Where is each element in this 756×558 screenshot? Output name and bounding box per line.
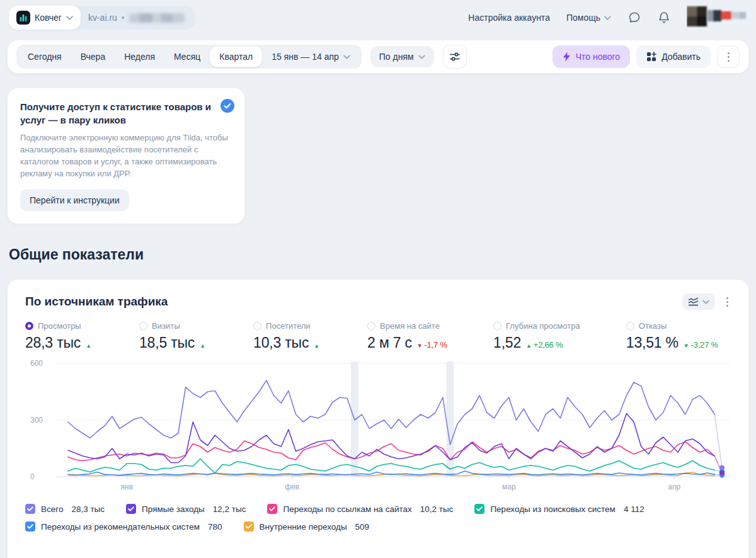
metrica-logo-icon — [16, 11, 30, 25]
metric-radio[interactable] — [253, 322, 261, 330]
legend-checkbox[interactable] — [25, 521, 35, 532]
metric-radio[interactable] — [367, 322, 375, 330]
help-label: Помощь — [566, 13, 600, 23]
metric-tab[interactable]: Время на сайте 2 м 7 с ▼-1,7 % — [367, 321, 447, 351]
card-title: По источникам трафика — [25, 295, 168, 309]
legend-label: Внутренние переходы — [260, 522, 347, 532]
legend-value: 10,2 тыс — [420, 504, 454, 514]
legend-item[interactable]: Прямые заходы 12,2 тыс — [126, 504, 246, 514]
grid-plus-icon — [646, 52, 656, 62]
chart-type-select[interactable] — [682, 293, 715, 310]
trend-arrow-icon: ▲ — [200, 343, 205, 349]
whats-new-label: Что нового — [576, 52, 620, 61]
metric-delta: ▲ — [86, 343, 93, 349]
metric-tab[interactable]: Отказы 13,51 % ▼-3,27 % — [626, 321, 718, 351]
whats-new-button[interactable]: Что нового — [553, 45, 630, 68]
header-actions: Настройка аккаунта Помощь — [468, 5, 747, 30]
lightning-icon — [563, 52, 571, 62]
granularity-select[interactable]: По дням — [370, 46, 434, 67]
check-icon — [27, 524, 33, 529]
metric-tab[interactable]: Посетители 10,3 тыс ▲ — [253, 321, 321, 351]
period-tab-3[interactable]: Месяц — [164, 47, 210, 67]
legend-checkbox[interactable] — [267, 504, 277, 514]
check-icon — [128, 506, 134, 511]
legend-checkbox[interactable] — [126, 504, 136, 514]
metric-tab[interactable]: Визиты 18,5 тыс ▲ — [139, 321, 207, 351]
trend-arrow-icon: ▲ — [526, 343, 532, 349]
date-range-button[interactable]: 15 янв — 14 апр — [262, 47, 360, 67]
legend-item[interactable]: Переходы по ссылкам на сайтах 10,2 тыс — [267, 504, 453, 514]
chevron-down-icon — [66, 16, 73, 20]
trend-arrow-icon: ▲ — [86, 343, 91, 349]
section-title: Общие показатели — [9, 246, 756, 263]
metric-radio[interactable] — [139, 322, 147, 330]
legend-item[interactable]: Переходы из рекомендательных систем 780 — [25, 521, 222, 532]
period-tab-4[interactable]: Квартал — [210, 47, 262, 67]
counter-id-redacted — [129, 13, 185, 23]
trend-arrow-icon: ▼ — [684, 343, 689, 349]
legend-label: Переходы по ссылкам на сайтах — [283, 504, 411, 514]
legend-item[interactable]: Всего 28,3 тыс — [25, 504, 105, 514]
y-axis-label: 600 — [30, 359, 43, 368]
toolbar-kebab-menu[interactable] — [717, 45, 740, 68]
x-axis-label: апр — [668, 482, 680, 491]
help-menu[interactable]: Помощь — [566, 13, 611, 23]
notifications-bell-icon[interactable] — [658, 11, 670, 25]
add-widget-button[interactable]: Добавить — [636, 45, 711, 68]
legend-checkbox[interactable] — [25, 504, 35, 514]
legend-checkbox[interactable] — [244, 521, 254, 532]
metric-tab[interactable]: Просмотры 28,3 тыс ▲ — [25, 321, 93, 351]
metrica-dashboard: Ковчег kv-ai.ru • Настройка аккаунта Пом… — [0, 0, 756, 558]
line-chart-icon — [688, 297, 699, 306]
metric-radio[interactable] — [493, 322, 501, 330]
period-tab-1[interactable]: Вчера — [71, 47, 115, 67]
metric-radio[interactable] — [626, 322, 634, 330]
counter-domain[interactable]: kv-ai.ru — [88, 13, 117, 23]
promo-check-icon — [220, 99, 234, 115]
account-settings-link[interactable]: Настройка аккаунта — [468, 13, 550, 23]
separator-dot: • — [122, 13, 125, 23]
filter-toolbar: СегодняВчераНеделяМесяцКвартал 15 янв — … — [8, 40, 748, 73]
metric-delta: ▼-1,7 % — [417, 340, 447, 350]
traffic-sources-card: По источникам трафика Просмотры 28,3 тыс… — [8, 280, 748, 558]
date-range-label: 15 янв — 14 апр — [272, 52, 339, 61]
user-avatar[interactable] — [687, 5, 747, 30]
period-tab-2[interactable]: Неделя — [115, 47, 164, 67]
legend-label: Переходы из рекомендательных систем — [41, 522, 200, 532]
legend-value: 12,2 тыс — [213, 504, 246, 514]
y-axis-label: 300 — [30, 416, 43, 424]
sliders-icon — [449, 51, 461, 62]
metric-value: 13,51 % — [626, 334, 679, 351]
metric-radio[interactable] — [25, 322, 33, 330]
card-kebab-menu[interactable] — [724, 295, 731, 309]
legend-item[interactable]: Переходы из поисковых систем 4 112 — [474, 504, 644, 514]
legend-label: Переходы из поисковых систем — [490, 504, 615, 514]
metric-tabs: Просмотры 28,3 тыс ▲ Визиты 18,5 тыс ▲ П… — [25, 321, 731, 351]
period-tab-0[interactable]: Сегодня — [18, 47, 71, 67]
counter-switcher[interactable]: Ковчег — [9, 6, 81, 30]
legend-value: 509 — [355, 522, 370, 532]
trend-arrow-icon: ▼ — [417, 343, 423, 349]
legend-checkbox[interactable] — [474, 504, 484, 514]
x-axis-label: мар — [502, 482, 516, 491]
check-icon — [269, 506, 275, 511]
traffic-plot[interactable] — [55, 362, 731, 481]
metric-label: Просмотры — [38, 321, 81, 331]
trend-arrow-icon: ▲ — [314, 343, 319, 349]
promo-description: Подключите электронную коммерцию для Til… — [20, 132, 232, 179]
legend-item[interactable]: Внутренние переходы 509 — [244, 521, 370, 532]
metric-delta: ▼-3,27 % — [684, 340, 718, 350]
legend-row-2: Переходы из рекомендательных систем 780 … — [25, 521, 731, 532]
promo-instruction-button[interactable]: Перейти к инструкции — [20, 190, 129, 211]
metric-label: Время на сайте — [380, 321, 440, 331]
legend-value: 28,3 тыс — [71, 504, 105, 514]
ecommerce-promo-card: Получите доступ к статистике товаров и у… — [8, 88, 244, 224]
chat-icon[interactable] — [627, 11, 641, 25]
metric-delta: ▲ — [314, 343, 321, 349]
granularity-label: По дням — [379, 52, 414, 61]
chevron-down-icon — [702, 300, 709, 304]
chevron-down-icon — [604, 16, 611, 20]
legend-value: 780 — [208, 522, 222, 532]
metric-tab[interactable]: Глубина просмотра 1,52 ▲+2,66 % — [493, 321, 580, 351]
segment-filters-button[interactable] — [443, 45, 467, 69]
